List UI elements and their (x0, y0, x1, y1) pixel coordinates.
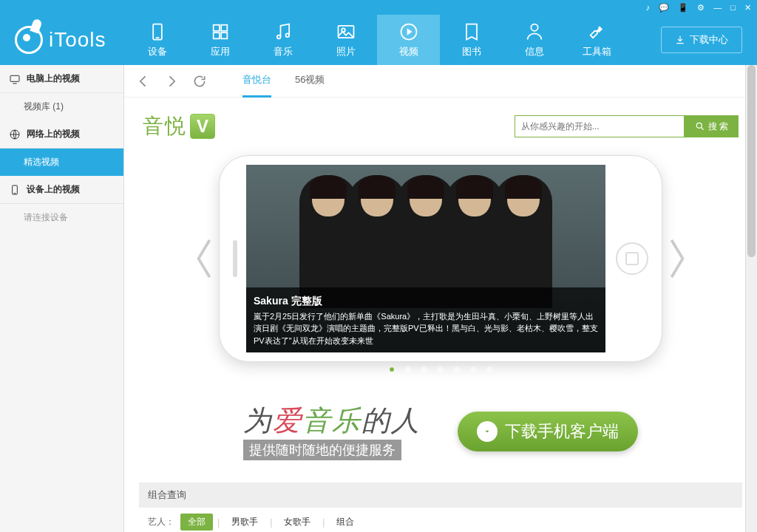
minimize-icon[interactable]: — (713, 3, 722, 12)
carousel-next[interactable] (662, 229, 692, 288)
sidebar-item-featured[interactable]: 精选视频 (0, 149, 123, 176)
header: iTools 设备 应用 音乐 照片 视频 图书 信息 (0, 15, 757, 65)
content: 音悦台 56视频 音 悦 V 搜 索 (124, 65, 757, 532)
dot-6[interactable] (470, 366, 476, 372)
window-titlebar: ♪ 💬 📱 ⚙ — □ ✕ (0, 0, 757, 15)
slogan: 为爱音乐的人 提供随时随地的便捷服务 (243, 402, 421, 460)
sidebar-header-device[interactable]: 设备上的视频 (0, 176, 123, 204)
search-box: 搜 索 (515, 115, 739, 137)
download-icon (477, 421, 498, 442)
sidebar-header-local[interactable]: 电脑上的视频 (0, 65, 123, 93)
svg-marker-11 (407, 28, 412, 35)
phone-home-button (616, 242, 648, 275)
svg-point-18 (696, 123, 702, 128)
search-input[interactable] (515, 115, 685, 137)
svg-line-19 (701, 128, 703, 130)
svg-rect-3 (221, 25, 227, 31)
carousel-dots (139, 366, 742, 372)
nav-device[interactable]: 设备 (126, 15, 189, 65)
nav-video[interactable]: 视频 (377, 15, 440, 65)
nav-tabs: 设备 应用 音乐 照片 视频 图书 信息 工具箱 (126, 15, 628, 65)
nav-photo[interactable]: 照片 (314, 15, 377, 65)
download-client-button[interactable]: 下载手机客户端 (458, 412, 638, 451)
search-button[interactable]: 搜 索 (685, 115, 739, 137)
sidebar-item-connect: 请连接设备 (0, 204, 123, 231)
nav-apps[interactable]: 应用 (189, 15, 251, 65)
scrollbar-thumb[interactable] (747, 65, 756, 257)
vertical-scrollbar[interactable] (745, 65, 757, 532)
back-button[interactable] (136, 74, 151, 89)
svg-rect-13 (10, 75, 19, 81)
refresh-button[interactable] (192, 74, 207, 89)
gear-icon[interactable]: ⚙ (697, 3, 705, 13)
nav-book[interactable]: 图书 (440, 15, 503, 65)
slogan-row: 为爱音乐的人 提供随时随地的便捷服务 下载手机客户端 (139, 402, 742, 460)
maximize-icon[interactable]: □ (730, 3, 736, 12)
carousel-prev[interactable] (189, 229, 219, 288)
nav-music[interactable]: 音乐 (251, 15, 314, 65)
filter-title: 组合查询 (139, 482, 742, 508)
close-icon[interactable]: ✕ (744, 3, 751, 13)
sidebar-header-online[interactable]: 网络上的视频 (0, 120, 123, 149)
tab-56video[interactable]: 56视频 (295, 64, 325, 98)
carousel-caption: Sakura 完整版 嵐于2月25日发行了他们的新单曲《Sakura》，主打歌是… (246, 287, 605, 353)
logo-icon (15, 26, 43, 54)
app-name: iTools (49, 28, 106, 52)
nav-toolbox[interactable]: 工具箱 (566, 15, 628, 65)
dot-2[interactable] (405, 366, 411, 372)
phone-screen[interactable]: Sakura 完整版 嵐于2月25日发行了他们的新单曲《Sakura》，主打歌是… (246, 165, 605, 352)
carousel-desc: 嵐于2月25日发行了他们的新单曲《Sakura》，主打歌是为生田斗真、小栗旬、上… (254, 310, 598, 347)
download-center-button[interactable]: 下载中心 (661, 27, 742, 53)
svg-rect-4 (213, 33, 219, 38)
dot-3[interactable] (421, 366, 427, 372)
dot-1[interactable] (389, 366, 395, 372)
svg-point-7 (285, 33, 289, 37)
dot-4[interactable] (438, 366, 444, 372)
sidebar-item-library[interactable]: 视频库 (1) (0, 93, 123, 120)
filter-section: 组合查询 艺人： 全部 | 男歌手 | 女歌手 | 组合 (139, 482, 742, 532)
site-brand: 音 悦 V (143, 112, 215, 140)
filter-all[interactable]: 全部 (180, 514, 213, 531)
svg-point-6 (276, 35, 280, 39)
main: 电脑上的视频 视频库 (1) 网络上的视频 精选视频 设备上的视频 请连接设备 (0, 65, 757, 532)
sidebar: 电脑上的视频 视频库 (1) 网络上的视频 精选视频 设备上的视频 请连接设备 (0, 65, 124, 532)
dot-7[interactable] (486, 366, 492, 372)
comment-icon[interactable]: 💬 (659, 3, 669, 13)
dot-5[interactable] (454, 366, 460, 372)
svg-point-12 (531, 24, 537, 31)
filter-female[interactable]: 女歌手 (276, 514, 318, 531)
tab-yinyuetai[interactable]: 音悦台 (242, 64, 271, 98)
svg-rect-2 (213, 25, 219, 31)
filter-artist-row: 艺人： 全部 | 男歌手 | 女歌手 | 组合 (139, 508, 742, 532)
brand-v-icon: V (190, 114, 215, 139)
carousel-title: Sakura 完整版 (254, 293, 598, 309)
phone-speaker (233, 240, 237, 277)
content-toolbar: 音悦台 56视频 (124, 65, 757, 98)
forward-button[interactable] (164, 74, 179, 89)
carousel: Sakura 完整版 嵐于2月25日发行了他们的新单曲《Sakura》，主打歌是… (139, 155, 742, 362)
nav-info[interactable]: 信息 (503, 15, 566, 65)
phone-mockup: Sakura 完整版 嵐于2月25日发行了他们的新单曲《Sakura》，主打歌是… (219, 155, 662, 362)
music-note-icon[interactable]: ♪ (646, 3, 651, 12)
page-body: 音 悦 V 搜 索 (124, 98, 757, 532)
filter-group[interactable]: 组合 (329, 514, 361, 531)
filter-male[interactable]: 男歌手 (224, 514, 265, 531)
svg-rect-5 (221, 33, 227, 38)
mobile-icon[interactable]: 📱 (678, 3, 688, 13)
app-logo: iTools (0, 26, 126, 54)
